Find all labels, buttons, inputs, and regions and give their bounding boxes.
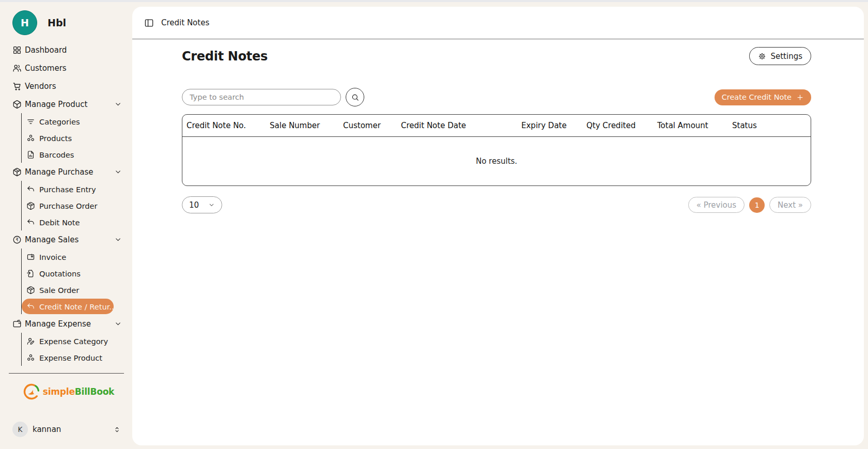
filter-lines-icon: [26, 117, 35, 126]
sidebar-item-dashboard[interactable]: Dashboard: [12, 41, 124, 59]
svg-text:₹: ₹: [16, 237, 19, 242]
sidebar-toggle-icon[interactable]: [144, 18, 154, 28]
column-credit-note-no: Credit Note No.: [182, 115, 266, 137]
chevrons-up-down-icon: [113, 426, 121, 433]
boxes-icon: [26, 353, 35, 362]
previous-page-button[interactable]: « Previous: [688, 197, 745, 213]
box-icon: [12, 100, 22, 109]
user-pen-icon: [26, 336, 35, 346]
table-header-row: Credit Note No. Sale Number Customer Cre…: [182, 115, 811, 137]
return-arrow-icon: [26, 218, 35, 227]
user-name: kannan: [33, 425, 61, 434]
sidebar-item-purchase-entry[interactable]: Purchase Entry: [22, 181, 114, 197]
workspace-avatar: H: [12, 10, 37, 35]
logo-arc-icon: [22, 382, 41, 401]
sidebar-item-customers[interactable]: Customers: [12, 59, 124, 77]
sidebar-item-label: Credit Note / Retur...: [39, 302, 114, 311]
boxes-icon: [26, 133, 35, 143]
user-avatar: K: [12, 422, 28, 437]
chevron-down-icon: [114, 100, 122, 108]
pagination: « Previous 1 Next »: [688, 197, 811, 213]
gear-icon: [758, 52, 766, 60]
return-arrow-icon: [26, 184, 35, 194]
manage-purchase-submenu: Purchase Entry Purchase Order Debit Note: [21, 181, 114, 230]
create-credit-note-button[interactable]: Create Credit Note: [715, 89, 811, 105]
manage-expense-submenu: Expense Category Expense Product: [21, 333, 114, 366]
sidebar-item-debit-note[interactable]: Debit Note: [22, 214, 114, 230]
sidebar-item-quotations[interactable]: Quotations: [22, 265, 114, 282]
sidebar-item-label: Categories: [39, 117, 80, 126]
sidebar-item-label: Manage Purchase: [25, 167, 93, 177]
wallet-icon: [12, 319, 22, 329]
credit-notes-table: Credit Note No. Sale Number Customer Cre…: [182, 114, 811, 186]
empty-state-text: No results.: [182, 137, 811, 186]
content-area: Credit Notes Settings Create Credit Note: [132, 47, 864, 213]
next-page-button[interactable]: Next »: [769, 197, 811, 213]
search-icon: [351, 93, 360, 102]
sidebar-item-expense-product[interactable]: Expense Product: [22, 349, 114, 366]
package-icon: [26, 201, 35, 210]
sidebar-item-label: Dashboard: [25, 45, 67, 55]
sidebar-item-label: Products: [39, 134, 72, 143]
sidebar-item-expense-category[interactable]: Expense Category: [22, 333, 114, 349]
main-panel: Credit Notes Credit Notes Settings Creat…: [132, 7, 864, 445]
sidebar-item-credit-note-return[interactable]: Credit Note / Retur...: [22, 299, 114, 314]
current-page-button[interactable]: 1: [749, 197, 765, 213]
package-icon: [26, 285, 35, 295]
logo-text: simpleBillBook: [43, 386, 114, 397]
page-size-value: 10: [189, 200, 199, 210]
plus-icon: [796, 94, 804, 101]
vendors-cart-icon: [12, 82, 22, 91]
sidebar-item-products[interactable]: Products: [22, 130, 114, 146]
sidebar: H Hbl Dashboard Customers Vendors: [0, 2, 128, 449]
sidebar-item-label: Manage Sales: [25, 235, 79, 244]
chevron-down-icon: [114, 236, 122, 243]
search-button[interactable]: [346, 88, 364, 106]
settings-button[interactable]: Settings: [749, 47, 811, 65]
barcode-file-icon: [26, 150, 35, 159]
user-menu[interactable]: K kannan: [12, 421, 123, 438]
sidebar-item-label: Expense Category: [39, 337, 108, 346]
column-customer: Customer: [339, 115, 397, 137]
settings-label: Settings: [770, 52, 802, 61]
sidebar-item-sale-order[interactable]: Sale Order: [22, 282, 114, 298]
dashboard-icon: [12, 45, 22, 55]
create-credit-note-label: Create Credit Note: [722, 93, 792, 101]
sidebar-item-manage-product[interactable]: Manage Product: [12, 95, 124, 113]
return-arrow-icon: [26, 302, 35, 311]
sidebar-divider: [9, 373, 124, 374]
column-credit-note-date: Credit Note Date: [397, 115, 517, 137]
sidebar-item-label: Purchase Order: [39, 202, 97, 210]
sidebar-item-categories[interactable]: Categories: [22, 113, 114, 130]
sidebar-item-label: Quotations: [39, 269, 81, 278]
workspace-switcher[interactable]: H Hbl: [12, 10, 128, 35]
sidebar-item-label: Debit Note: [39, 218, 80, 227]
column-status: Status: [728, 115, 811, 137]
column-qty-credited: Qty Credited: [582, 115, 653, 137]
breadcrumb: Credit Notes: [161, 18, 209, 27]
search-input[interactable]: [182, 89, 341, 105]
rupee-coin-icon: ₹: [12, 235, 22, 244]
page-title: Credit Notes: [182, 49, 268, 64]
manage-product-submenu: Categories Products Barcodes: [21, 113, 114, 163]
manage-sales-submenu: Invoice Quotations Sale Order Credit Not…: [21, 249, 114, 314]
invoice-wallet-icon: [26, 252, 35, 261]
sidebar-item-label: Barcodes: [39, 150, 74, 159]
chevron-down-icon: [114, 168, 122, 176]
sidebar-item-label: Purchase Entry: [39, 185, 96, 194]
sidebar-item-manage-expense[interactable]: Manage Expense: [12, 315, 124, 333]
sidebar-item-label: Invoice: [39, 253, 66, 261]
sidebar-item-vendors[interactable]: Vendors: [12, 77, 124, 95]
sidebar-item-label: Customers: [25, 64, 67, 73]
sidebar-item-barcodes[interactable]: Barcodes: [22, 146, 114, 163]
sidebar-item-manage-purchase[interactable]: Manage Purchase: [12, 163, 124, 181]
sidebar-item-purchase-order[interactable]: Purchase Order: [22, 197, 114, 214]
sidebar-item-invoice[interactable]: Invoice: [22, 249, 114, 265]
page-size-select[interactable]: 10: [182, 196, 222, 213]
sidebar-item-manage-sales[interactable]: ₹ Manage Sales: [12, 230, 124, 249]
customers-icon: [12, 64, 22, 73]
sidebar-item-label: Manage Expense: [25, 319, 91, 329]
simplebillbook-logo[interactable]: simpleBillBook: [12, 382, 124, 401]
column-expiry-date: Expiry Date: [517, 115, 582, 137]
column-sale-number: Sale Number: [266, 115, 339, 137]
